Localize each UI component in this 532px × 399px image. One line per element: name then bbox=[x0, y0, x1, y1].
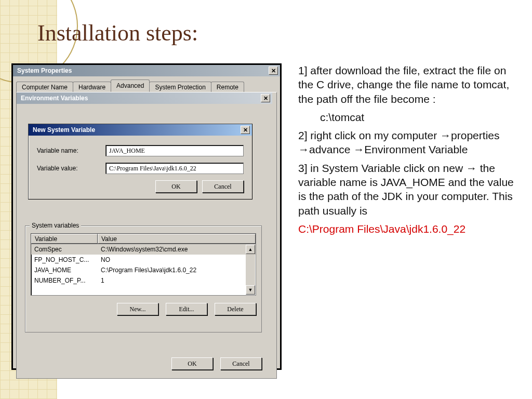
scroll-down-icon[interactable]: ▼ bbox=[246, 285, 255, 295]
cell-value: NO bbox=[98, 256, 256, 263]
new-system-variable-title: New System Variable bbox=[33, 126, 95, 134]
tab-advanced[interactable]: Advanced bbox=[111, 79, 150, 92]
system-properties-title: System Properties bbox=[17, 67, 72, 74]
slide-title: Installation steps: bbox=[37, 20, 198, 46]
system-properties-window: System Properties ✕ Computer Name Hardwa… bbox=[11, 63, 282, 370]
table-row[interactable]: NUMBER_OF_P...1 bbox=[31, 275, 256, 286]
system-variables-legend: System variables bbox=[30, 222, 81, 229]
column-value[interactable]: Value bbox=[98, 234, 256, 244]
variable-value-label: Variable value: bbox=[37, 165, 105, 172]
environment-variables-titlebar: Environment Variables ✕ bbox=[17, 92, 272, 104]
close-icon[interactable]: ✕ bbox=[269, 66, 278, 75]
column-variable[interactable]: Variable bbox=[31, 234, 98, 244]
step-1: 1] after download the file, extract the … bbox=[298, 63, 517, 106]
tab-computer-name[interactable]: Computer Name bbox=[16, 82, 73, 92]
cell-value: C:\Windows\system32\cmd.exe bbox=[98, 246, 256, 253]
close-icon[interactable]: ✕ bbox=[241, 126, 250, 134]
tab-advanced-body: Environment Variables ✕ New System Varia… bbox=[16, 92, 277, 379]
jdk-path: C:\Program Files\Java\jdk1.6.0_22 bbox=[298, 222, 517, 236]
instruction-text: 1] after download the file, extract the … bbox=[298, 63, 517, 383]
new-system-variable-dialog: New System Variable ✕ Variable name: Var… bbox=[28, 124, 252, 200]
nsv-cancel-button[interactable]: Cancel bbox=[202, 180, 244, 193]
scroll-up-icon[interactable]: ▲ bbox=[246, 245, 255, 254]
system-properties-titlebar: System Properties ✕ bbox=[13, 65, 280, 76]
sysvar-new-button[interactable]: New... bbox=[117, 303, 158, 315]
table-row[interactable]: FP_NO_HOST_C...NO bbox=[31, 255, 256, 265]
sysvar-edit-button[interactable]: Edit... bbox=[166, 303, 207, 315]
system-variables-group: System variables Variable Value ComSpecC… bbox=[25, 225, 262, 332]
sysvar-delete-button[interactable]: Delete bbox=[215, 303, 256, 315]
tab-hardware[interactable]: Hardware bbox=[73, 82, 111, 92]
variable-name-label: Variable name: bbox=[37, 147, 105, 154]
system-properties-tabs: Computer Name Hardware Advanced System P… bbox=[13, 76, 280, 92]
variable-value-input[interactable] bbox=[105, 163, 244, 174]
cell-variable: NUMBER_OF_P... bbox=[31, 277, 98, 284]
env-cancel-button[interactable]: Cancel bbox=[220, 357, 262, 370]
cell-variable: FP_NO_HOST_C... bbox=[31, 256, 98, 263]
nsv-ok-button[interactable]: OK bbox=[155, 180, 197, 193]
step-3: 3] in System Variable click on new → the… bbox=[298, 161, 517, 218]
cell-variable: ComSpec bbox=[31, 246, 98, 253]
step-2: 2] right click on my computer →propertie… bbox=[298, 128, 517, 157]
variable-name-input[interactable] bbox=[105, 145, 244, 156]
environment-variables-title: Environment Variables bbox=[21, 95, 88, 102]
tab-system-protection[interactable]: System Protection bbox=[149, 82, 211, 92]
table-row[interactable]: JAVA_HOMEC:\Program Files\Java\jdk1.6.0_… bbox=[31, 265, 256, 275]
cell-value: C:\Program Files\Java\jdk1.6.0_22 bbox=[98, 267, 256, 274]
list-scrollbar[interactable]: ▲ ▼ bbox=[246, 245, 255, 295]
env-ok-button[interactable]: OK bbox=[171, 357, 213, 370]
cell-variable: JAVA_HOME bbox=[31, 267, 98, 274]
new-system-variable-titlebar: New System Variable ✕ bbox=[29, 124, 252, 136]
close-icon[interactable]: ✕ bbox=[261, 94, 270, 102]
system-variables-list[interactable]: Variable Value ComSpecC:\Windows\system3… bbox=[31, 233, 256, 296]
cell-value: 1 bbox=[98, 277, 256, 284]
table-row[interactable]: ComSpecC:\Windows\system32\cmd.exe bbox=[31, 244, 256, 255]
environment-variables-dialog: Environment Variables ✕ New System Varia… bbox=[17, 92, 272, 374]
step-1-path: c:\tomcat bbox=[298, 110, 517, 124]
tab-remote[interactable]: Remote bbox=[211, 82, 244, 92]
